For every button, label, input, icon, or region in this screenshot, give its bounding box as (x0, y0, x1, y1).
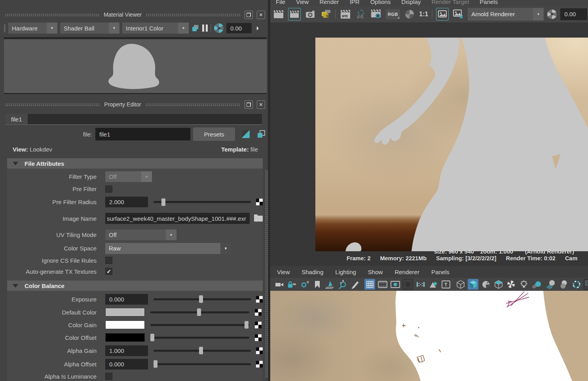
drag-texture[interactable] (5, 13, 100, 16)
menu-ipr[interactable]: IPR (350, 0, 360, 4)
lighting-off-icon[interactable] (518, 279, 529, 290)
float-panel-button[interactable] (245, 100, 253, 109)
presets-button[interactable]: Presets (193, 127, 235, 141)
mv-geometry-dropdown[interactable]: Shader Ball ▼ (60, 23, 119, 34)
exposure-slider[interactable] (154, 298, 251, 300)
copy-tab-icon[interactable] (257, 130, 266, 138)
camera-select-icon[interactable] (274, 279, 285, 290)
split-view-icon[interactable] (242, 130, 250, 138)
auto-tx-checkbox[interactable] (105, 268, 112, 275)
file-attributes-header[interactable]: File Attributes (7, 158, 263, 169)
ignore-cs-checkbox[interactable] (105, 257, 112, 264)
slider-handle[interactable] (150, 334, 154, 341)
wireframe-icon[interactable] (455, 279, 466, 290)
map-texture-button[interactable] (256, 361, 263, 368)
aperture-icon[interactable] (214, 23, 224, 33)
shadows-icon[interactable] (546, 279, 556, 290)
map-texture-button[interactable] (256, 347, 263, 354)
safe-action-icon[interactable] (428, 279, 438, 290)
menu-render[interactable]: Render (319, 0, 339, 4)
field-chart-icon[interactable] (415, 279, 426, 290)
color-offset-slider[interactable] (150, 337, 249, 339)
alpha-gain-input[interactable]: 1.000 (105, 345, 148, 356)
browse-folder-icon[interactable] (254, 216, 263, 222)
redo-render-icon[interactable] (288, 8, 301, 21)
render-icon[interactable] (273, 8, 285, 20)
bookmark-icon[interactable] (312, 279, 322, 290)
map-texture-button[interactable] (255, 334, 262, 341)
map-texture-button[interactable] (256, 199, 263, 205)
alpha-luminance-checkbox[interactable] (105, 373, 112, 380)
smooth-shade-icon[interactable] (468, 279, 478, 290)
material-preview-canvas[interactable] (4, 37, 267, 94)
motion-blur-icon[interactable] (571, 279, 582, 290)
close-panel-button[interactable]: ✕ (257, 100, 265, 109)
map-texture-button[interactable] (255, 322, 262, 328)
close-panel-button[interactable]: ✕ (257, 11, 265, 19)
menu-panels[interactable]: Panels (480, 0, 498, 4)
menu-view[interactable]: View (277, 269, 290, 275)
menu-display[interactable]: Display (401, 0, 421, 4)
menu-show[interactable]: Show (368, 269, 383, 275)
mv-exposure-field[interactable]: 0.00 (226, 23, 252, 33)
float-panel-button[interactable] (245, 11, 253, 19)
camera-attributes-icon[interactable] (299, 279, 310, 290)
mv-environment-dropdown[interactable]: Interior1 Color ▼ (122, 23, 189, 34)
toolbar-handle[interactable] (4, 24, 6, 32)
pan-zoom-icon[interactable] (337, 279, 348, 290)
menu-renderer[interactable]: Renderer (395, 269, 419, 275)
menu-file[interactable]: File (276, 0, 285, 4)
drag-texture[interactable] (146, 13, 241, 16)
flat-shade-icon[interactable] (480, 279, 491, 290)
alpha-channel-icon[interactable] (404, 8, 415, 20)
alpha-gain-slider[interactable] (154, 350, 251, 352)
color-gain-swatch[interactable] (105, 320, 145, 329)
update-swatch-icon[interactable] (192, 24, 199, 32)
ipr-render-icon[interactable]: IPR (340, 8, 351, 20)
render-settings-icon[interactable] (370, 8, 382, 20)
alpha-offset-slider[interactable] (154, 363, 251, 365)
save-image-icon[interactable]: S (320, 8, 332, 20)
default-color-slider[interactable] (150, 311, 249, 313)
viewport-canvas[interactable] (270, 291, 588, 381)
slider-handle[interactable] (199, 347, 203, 354)
color-gain-slider[interactable] (150, 324, 249, 326)
isolate-select-icon[interactable] (584, 279, 588, 290)
lock-camera-icon[interactable] (286, 279, 297, 290)
default-material-icon[interactable] (506, 279, 516, 290)
slider-handle[interactable] (199, 296, 203, 303)
drag-texture[interactable] (5, 103, 100, 106)
hud-icon[interactable]: T (440, 279, 451, 290)
map-texture-button[interactable] (256, 296, 263, 303)
color-balance-header[interactable]: Color Balance (7, 281, 263, 291)
exposure-input[interactable]: 0.000 (105, 294, 148, 305)
slider-handle[interactable] (161, 198, 165, 206)
real-size-button[interactable]: 1:1 (419, 11, 428, 18)
film-gate-icon[interactable] (377, 279, 388, 290)
default-color-swatch[interactable] (105, 308, 145, 317)
snapshot-icon[interactable] (304, 8, 316, 20)
slider-handle[interactable] (197, 309, 201, 316)
pre-filter-radius-slider[interactable] (154, 201, 251, 203)
keep-image-icon[interactable] (436, 8, 449, 21)
pause-icon[interactable] (202, 25, 208, 32)
renderer-dropdown[interactable]: Arnold Renderer ▼ (468, 8, 544, 21)
mv-renderer-dropdown[interactable]: Hardware ▼ (8, 23, 57, 34)
grid-icon[interactable] (364, 279, 375, 290)
image-plane-icon[interactable] (324, 279, 335, 290)
menu-lighting[interactable]: Lighting (335, 269, 356, 275)
textured-icon[interactable] (493, 279, 504, 290)
contrast-icon[interactable]: ◑ (254, 24, 259, 32)
aperture-icon[interactable] (547, 9, 557, 19)
slider-handle[interactable] (154, 360, 157, 368)
rgb-channels-icon[interactable]: RGB (386, 9, 400, 19)
menu-view[interactable]: View (296, 0, 309, 4)
uv-tiling-dropdown[interactable]: Off ▼ (105, 229, 176, 240)
gate-mask-icon[interactable] (402, 279, 413, 290)
remove-image-icon[interactable] (452, 8, 464, 20)
pre-filter-checkbox[interactable] (105, 186, 112, 193)
menu-panels[interactable]: Panels (431, 269, 450, 275)
slider-handle[interactable] (245, 321, 248, 329)
rv-exposure-field[interactable]: 0.00 (560, 8, 587, 20)
color-offset-swatch[interactable] (105, 333, 145, 342)
